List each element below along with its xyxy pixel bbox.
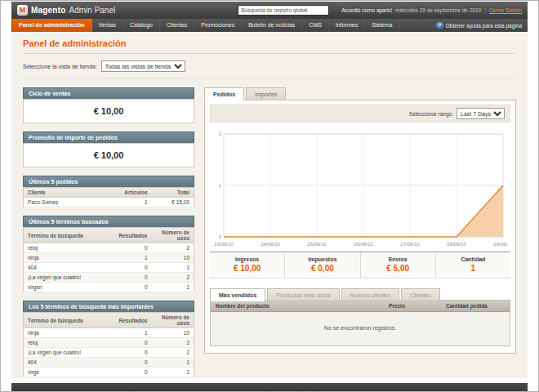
cell-results: 0 (114, 283, 151, 292)
cell-uses: 2 (152, 273, 194, 283)
svg-text:28/09/10: 28/09/10 (447, 242, 466, 247)
cell-uses: 2 (152, 338, 194, 348)
tab-productos-mas-vistos[interactable]: Productos más vistos (267, 288, 340, 301)
cell-uses: 10 (152, 328, 194, 338)
logout-link[interactable]: Cerrar Sesión (489, 7, 522, 13)
nav-item-informes[interactable]: Informes (329, 19, 365, 32)
top-search-terms-panel: Los 5 términos de búsqueda más important… (23, 301, 194, 377)
header-bar: M Magento Admin Panel Accedió como apari… (11, 2, 528, 19)
app-wrapper: M Magento Admin Panel Accedió como apari… (11, 2, 528, 392)
stat-label: Envíos (361, 256, 435, 262)
column-header: Término de búsqueda (24, 313, 115, 328)
chart-tabs: Pedidos Importes (204, 87, 516, 100)
magento-admin-window: M Magento Admin Panel Accedió como apari… (0, 0, 539, 392)
cell-term: virge (24, 368, 115, 377)
column-header: Nombre del producto (211, 301, 384, 311)
stat-value: 1 (436, 264, 510, 273)
stat-label: Impuestos (285, 256, 359, 262)
cell-items: 1 (118, 198, 152, 207)
logo-text: Magento (31, 6, 66, 15)
top-search-terms-table: Término de búsqueda Resultados Número de… (23, 312, 194, 377)
lifetime-sales-panel: Ciclo de ventas € 10,00 (23, 87, 194, 123)
magento-logo-icon: M (17, 5, 28, 16)
column-header: Término de búsqueda (24, 228, 115, 243)
last-search-terms-title: Últimos 5 términos buscados (23, 216, 194, 227)
orders-area-chart: 23/09/1024/09/1025/09/1026/09/1027/09/10… (211, 127, 508, 250)
products-tabs: Más vendidos Productos más vistos Nuevos… (210, 288, 510, 301)
nav-item-catalogo[interactable]: Catálogo (123, 19, 160, 32)
column-header: Resultados (114, 313, 151, 328)
header-date: miércoles 29 de septiembre de 2010 (395, 7, 481, 13)
column-header: Cantidad pedida (441, 301, 510, 311)
store-view-select[interactable]: Todas las vistas de tienda (101, 60, 185, 72)
nav-item-clientes[interactable]: Clientes (160, 19, 194, 32)
table-row[interactable]: 404 0 1 (24, 358, 194, 368)
last-search-terms-table: Término de búsqueda Resultados Número de… (23, 227, 194, 292)
table-row[interactable]: virgen 0 1 (24, 283, 194, 292)
column-header: Cliente (24, 188, 118, 198)
totals-bar: Ingresos € 10,00 Impuestos € 0,00 Envíos… (210, 252, 510, 278)
nav-item-cms[interactable]: CMS (302, 19, 329, 32)
footer-bar (11, 383, 528, 392)
store-view-label: Seleccione la vista de tienda: (23, 64, 97, 69)
table-row[interactable]: Paco Gomez 1 € 15,00 (24, 198, 194, 207)
cell-uses: 2 (152, 348, 194, 358)
table-row[interactable]: reloj 0 2 (24, 243, 194, 253)
table-row[interactable]: ¡La virgen que cuadro! 0 2 (24, 273, 194, 283)
range-label: Seleccionar rango: (409, 111, 453, 117)
cell-term: 404 (24, 358, 115, 368)
stat-label: Cantidad (436, 256, 510, 262)
tab-importes[interactable]: Importes (246, 87, 286, 100)
cell-term: ninja (24, 253, 115, 263)
range-select[interactable]: Last 7 Days (457, 108, 505, 119)
stat-envios: Envíos € 5,00 (361, 252, 436, 278)
table-row[interactable]: ninja 1 10 (24, 328, 194, 338)
grid-header-row: Nombre del producto Precio Cantidad pedi… (211, 301, 510, 312)
dashboard-content: Panel de administración Seleccione la vi… (11, 32, 528, 378)
logged-in-text: Accedió como aparici (341, 7, 392, 13)
average-orders-value: € 10,00 (23, 143, 194, 167)
top-search-terms-title: Los 5 términos de búsqueda más important… (23, 301, 194, 312)
svg-text:25/09/10: 25/09/10 (307, 242, 327, 247)
nav-item-promociones[interactable]: Promociones (194, 19, 242, 32)
app-title: Admin Panel (69, 6, 116, 15)
table-row[interactable]: reloj 0 2 (24, 338, 194, 348)
global-search-input[interactable] (238, 5, 329, 16)
help-icon: ? (436, 22, 443, 29)
divider (23, 53, 516, 54)
cell-uses: 2 (152, 243, 194, 253)
average-orders-panel: Promedio de importe de pedidos € 10,00 (23, 131, 194, 167)
bestsellers-grid: Nombre del producto Precio Cantidad pedi… (210, 300, 510, 346)
tab-pedidos[interactable]: Pedidos (204, 87, 244, 100)
nav-item-sistema[interactable]: Sistema (365, 19, 399, 32)
cell-term: 404 (24, 263, 115, 273)
svg-text:1: 1 (219, 183, 222, 188)
stat-value: € 10,00 (210, 264, 284, 273)
nav-item-ventas[interactable]: Ventas (92, 19, 123, 32)
help-label: Obtener ayuda para esta página (446, 23, 522, 29)
orders-chart: 23/09/1024/09/1025/09/1026/09/1027/09/10… (210, 122, 510, 250)
last-search-terms-panel: Últimos 5 términos buscados Término de b… (23, 216, 194, 292)
last-orders-title: Últimos 5 pedidos (23, 176, 194, 187)
cell-uses: 1 (152, 263, 194, 273)
tab-clientes[interactable]: Clientes (401, 288, 439, 301)
tab-nuevos-clientes[interactable]: Nuevos clientes (341, 288, 399, 301)
column-header: Resultados (114, 228, 151, 243)
header-user-area: Accedió como aparici miércoles 29 de sep… (341, 7, 522, 13)
table-row[interactable]: virge 0 1 (24, 368, 194, 377)
lifetime-sales-title: Ciclo de ventas (23, 87, 194, 99)
table-row[interactable]: ninja 1 10 (24, 253, 194, 263)
column-header: Artículos (118, 188, 152, 198)
svg-text:23/09/10: 23/09/10 (214, 242, 234, 247)
table-row[interactable]: ¡La virgen que cuadro! 0 2 (24, 348, 194, 358)
nav-item-dashboard[interactable]: Panel de administración (12, 19, 92, 32)
cell-uses: 1 (152, 283, 194, 292)
divider (23, 78, 516, 79)
cell-uses: 10 (152, 253, 194, 263)
help-link[interactable]: ? Obtener ayuda para esta página (431, 19, 527, 32)
table-row[interactable]: 404 0 1 (24, 263, 194, 273)
dashboard-right-column: Pedidos Importes Seleccionar rango: Last… (204, 87, 516, 378)
cell-results: 0 (114, 348, 151, 358)
nav-item-boletin[interactable]: Boletín de noticias (242, 19, 302, 32)
tab-mas-vendidos[interactable]: Más vendidos (210, 288, 265, 301)
